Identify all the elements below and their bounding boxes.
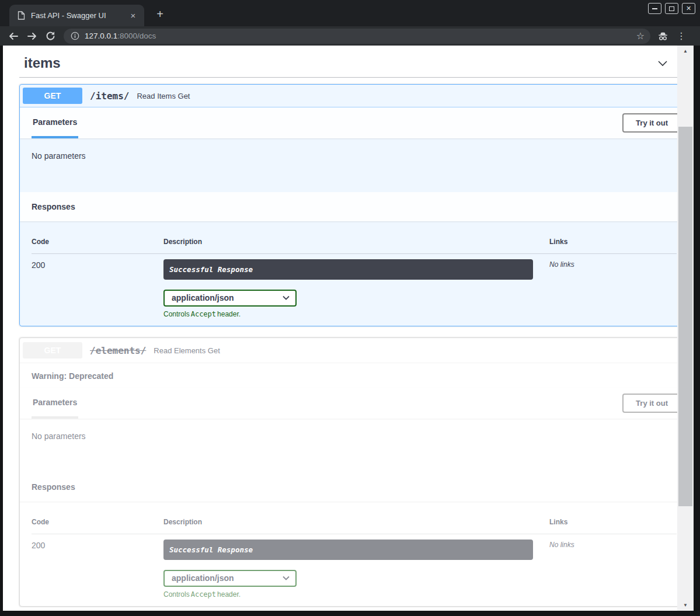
column-description: Description <box>163 518 549 534</box>
maximize-icon <box>669 6 674 11</box>
select-chevron-icon <box>283 295 290 300</box>
column-description: Description <box>163 238 549 253</box>
deprecated-warning: Warning: Deprecated <box>20 363 688 388</box>
no-parameters-text: No parameters <box>20 419 688 472</box>
document-icon <box>18 11 25 20</box>
tab-close-icon[interactable]: × <box>128 11 138 21</box>
section-title: items <box>24 55 61 71</box>
response-row: 200 Successful Response application/json… <box>32 254 677 318</box>
endpoint-summary: Read Items Get <box>137 92 190 100</box>
responses-title: Responses <box>32 202 75 211</box>
page-content: items GET /items/ Read Items Get Paramet… <box>3 46 694 611</box>
responses-header: Responses <box>20 192 688 221</box>
media-type-value: application/json <box>172 293 234 302</box>
media-type-select[interactable]: application/json <box>163 290 297 307</box>
tab-parameters[interactable]: Parameters <box>32 388 78 419</box>
browser-menu-icon[interactable]: ⋮ <box>677 30 686 41</box>
method-badge: GET <box>23 342 82 359</box>
no-parameters-text: No parameters <box>20 138 688 192</box>
response-description: Successful Response <box>163 259 533 280</box>
column-code: Code <box>32 238 163 253</box>
chevron-down-icon <box>656 57 669 69</box>
scroll-up-icon[interactable]: ▲ <box>677 48 694 54</box>
responses-table: Code Description Links 200 Successful Re… <box>20 502 688 606</box>
accept-header-hint: ControlsAcceptheader. <box>163 310 549 318</box>
scroll-down-icon[interactable]: ▼ <box>677 603 694 608</box>
opblock-get-items: GET /items/ Read Items Get Parameters Tr… <box>19 84 689 326</box>
maximize-button[interactable] <box>665 3 678 14</box>
select-chevron-icon <box>283 576 290 580</box>
response-description: Successful Response <box>163 540 533 560</box>
parameters-header: Parameters Try it out <box>20 388 688 419</box>
column-links: Links <box>549 518 677 534</box>
incognito-icon <box>657 31 668 41</box>
method-badge: GET <box>23 88 82 104</box>
tab-strip: Fast API - Swagger UI × + ✕ <box>0 0 700 26</box>
opblock-get-elements: GET /elements/ Read Elements Get Warning… <box>19 337 689 607</box>
endpoint-summary: Read Elements Get <box>154 346 220 355</box>
try-it-out-button[interactable]: Try it out <box>622 113 681 133</box>
endpoint-path: /elements/ <box>90 345 146 356</box>
bookmark-star-icon[interactable]: ☆ <box>636 30 645 41</box>
tab-title: Fast API - Swagger UI <box>31 11 128 20</box>
minimize-icon <box>652 8 657 9</box>
media-type-select[interactable]: application/json <box>163 570 297 587</box>
section-items-header[interactable]: items <box>19 53 689 78</box>
forward-button[interactable] <box>27 32 37 41</box>
endpoint-path: /items/ <box>90 91 129 102</box>
minimize-button[interactable] <box>648 3 661 14</box>
back-button[interactable] <box>8 32 19 41</box>
responses-title: Responses <box>32 482 75 492</box>
new-tab-button[interactable]: + <box>153 8 167 20</box>
info-icon[interactable] <box>71 32 79 40</box>
close-window-button[interactable]: ✕ <box>682 3 695 14</box>
try-it-out-button[interactable]: Try it out <box>622 394 681 413</box>
response-code: 200 <box>32 254 163 318</box>
browser-toolbar: 127.0.0.1:8000/docs ☆ ⋮ <box>0 26 700 46</box>
page-scrollbar[interactable]: ▲ ▼ <box>677 46 694 611</box>
responses-table: Code Description Links 200 Successful Re… <box>20 221 688 326</box>
opblock-summary-elements[interactable]: GET /elements/ Read Elements Get <box>20 338 688 363</box>
reload-button[interactable] <box>46 31 55 41</box>
responses-header: Responses <box>20 472 688 502</box>
links-value: No links <box>549 254 677 318</box>
response-row: 200 Successful Response application/json… <box>32 534 677 598</box>
url-path: :8000/docs <box>117 32 156 40</box>
address-bar[interactable]: 127.0.0.1:8000/docs ☆ <box>64 29 650 44</box>
column-code: Code <box>32 518 163 534</box>
tab-parameters[interactable]: Parameters <box>32 107 78 138</box>
links-value: No links <box>549 534 677 598</box>
browser-tab[interactable]: Fast API - Swagger UI × <box>9 5 144 26</box>
media-type-value: application/json <box>172 573 234 583</box>
column-links: Links <box>549 238 677 253</box>
scrollbar-thumb[interactable] <box>678 127 692 506</box>
opblock-summary-items[interactable]: GET /items/ Read Items Get <box>20 85 688 107</box>
accept-header-hint: ControlsAcceptheader. <box>163 590 549 598</box>
url-host: 127.0.0.1 <box>85 32 117 40</box>
parameters-header: Parameters Try it out <box>20 107 688 138</box>
window-controls: ✕ <box>648 3 695 14</box>
response-code: 200 <box>32 534 163 598</box>
